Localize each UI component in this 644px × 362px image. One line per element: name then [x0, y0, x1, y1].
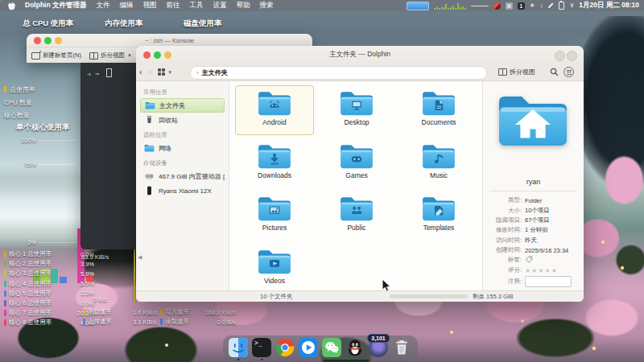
folder-icon — [257, 88, 292, 117]
tags-label: 标签: — [483, 256, 525, 264]
new-tab-button[interactable]: 新建标签页(N) — [31, 51, 81, 60]
folder-item-documents[interactable]: Documents — [400, 86, 477, 134]
item-detail-row: 大小:10个项目 — [483, 205, 582, 215]
download-arrow-icon[interactable]: ↓ — [539, 2, 543, 9]
menubar-item[interactable]: 前往 — [167, 1, 180, 10]
konsole-titlebar[interactable]: ~ : zsh — Konsole — [27, 34, 312, 47]
gray-widget-icon[interactable] — [506, 2, 513, 10]
core-usage-row-label: 核心 8 总使用率 — [9, 319, 78, 327]
terminal-cursor — [106, 68, 112, 77]
places-item-4679gibnvm[interactable]: 467.9 GiB 内置驱动器 [nvm… — [140, 169, 225, 183]
places-item-[interactable]: 主文件夹 — [140, 98, 225, 113]
core-usage-row: 核心 4 总使用率5.9% — [4, 279, 94, 289]
apple-logo-icon[interactable] — [8, 2, 15, 10]
legend-color-chip — [4, 270, 6, 277]
divider — [489, 191, 577, 191]
clock[interactable]: 1月20日 周二 08:10 — [579, 1, 639, 10]
places-item-ryansxiaomi12x[interactable]: Ryans Xiaomi 12X — [140, 183, 225, 198]
menubar-item[interactable]: 工具 — [190, 1, 204, 10]
dolphin-window[interactable]: 主文件夹 — Dolphin ‹ › ▼ › 主文件夹 拆分视图 ◀ 常用位置主… — [136, 46, 584, 302]
red-status-icon[interactable] — [493, 2, 501, 10]
core-usage-row: 核心 8 总使用率4.0% — [4, 318, 94, 327]
konsole-window-title: ~ : zsh — Konsole — [27, 37, 312, 44]
view-mode-icon[interactable] — [158, 68, 165, 76]
breadcrumb[interactable]: › 主文件夹 — [190, 66, 487, 80]
panel-collapse-icon[interactable]: ◀ — [138, 254, 142, 261]
asterisk-icon[interactable]: ∗ — [530, 2, 535, 9]
tag-icon[interactable] — [525, 256, 533, 264]
folder-view[interactable]: AndroidDesktopDocumentsDownloadsGamesMus… — [229, 81, 482, 291]
breadcrumb-location[interactable]: 主文件夹 — [202, 68, 228, 77]
network-rate-legend: 下载速率1.6 KiB/s上传速率3.1 KiB/s — [83, 307, 157, 327]
back-button[interactable]: ‹ — [136, 68, 146, 76]
item-detail-value: 67个项目 — [525, 216, 550, 224]
search-icon[interactable] — [550, 68, 559, 76]
menubar-item[interactable]: 搜索 — [260, 1, 274, 10]
folder-item-templates[interactable]: Templates — [400, 191, 477, 240]
places-section-title: 存储设备 — [136, 155, 229, 169]
chat-app-dock-icon[interactable]: 3,101 — [369, 338, 388, 357]
menubar-item[interactable]: 视图 — [143, 1, 157, 10]
item-detail-label: 创建时间: — [483, 246, 525, 254]
qq-dock-icon[interactable] — [345, 338, 365, 357]
chrome-dock-icon[interactable] — [275, 338, 295, 357]
folder-item-pictures[interactable]: Pictures — [236, 191, 313, 240]
folder-item-android[interactable]: Android — [235, 85, 314, 135]
menubar-item[interactable]: 帮助 — [237, 1, 250, 10]
rating-stars[interactable]: ★★★★★ — [525, 267, 558, 274]
folder-name: Templates — [400, 224, 477, 232]
view-mode-chevron-icon[interactable]: ▼ — [167, 70, 172, 75]
dolphin-titlebar[interactable]: 主文件夹 — Dolphin — [136, 46, 584, 64]
split-view-button[interactable]: 拆分视图 ▼ — [89, 51, 132, 60]
places-item-[interactable]: 回收站 — [140, 113, 225, 127]
folder-item-videos[interactable]: Videos — [236, 245, 313, 293]
panel-net-line-widget[interactable] — [471, 2, 489, 10]
badge-1-icon[interactable]: 1 — [518, 2, 525, 10]
cpu-info-label: 总使用率 — [10, 85, 35, 94]
tray-expander-icon[interactable]: ∨ — [569, 2, 574, 9]
menu-items: 文件编辑视图前往工具设置帮助搜索 — [97, 1, 274, 10]
shell-prompt: ➜ ~ — [87, 68, 112, 78]
stylus-icon[interactable] — [548, 3, 554, 9]
cpu-info-row: CPU 数量 — [4, 96, 35, 109]
core-usage-row-value: 2.0% — [80, 290, 94, 297]
active-app-name[interactable]: Dolphin 文件管理器 — [25, 1, 87, 10]
running-indicator — [237, 359, 240, 361]
folder-icon — [257, 142, 292, 171]
comment-input[interactable] — [525, 276, 572, 287]
trash-dock-icon[interactable] — [392, 338, 411, 357]
places-item-[interactable]: 网络 — [140, 141, 225, 155]
forward-button[interactable]: › — [146, 68, 155, 76]
terminal-dock-icon[interactable]: >_ — [252, 338, 271, 357]
titlebar-button[interactable] — [555, 51, 565, 61]
per-core-section-title: 单个核心使用率 — [16, 122, 70, 133]
folder-item-desktop[interactable]: Desktop — [318, 86, 395, 134]
item-detail-value: Folder — [525, 197, 542, 204]
cpu-info-row: 核心数量 — [4, 109, 35, 121]
folder-preview-icon — [496, 89, 570, 150]
network-rate-row-label: 下载速率 — [88, 308, 130, 316]
file-manager-dock-icon[interactable] — [229, 338, 248, 357]
media-player-dock-icon[interactable] — [299, 338, 318, 357]
folder-item-games[interactable]: Games — [318, 139, 395, 187]
cpu-monitor-header: 总 CPU 使用率 — [23, 19, 73, 29]
menu-icon[interactable] — [564, 67, 574, 77]
folder-item-public[interactable]: Public — [318, 191, 395, 240]
menubar-item[interactable]: 设置 — [213, 1, 227, 10]
core-usage-row: 核心 6 总使用率0.0% — [4, 298, 94, 308]
legend-color-chip — [160, 319, 163, 325]
item-detail-value: 2025/9/16 23:34 — [525, 247, 568, 254]
battery-icon[interactable] — [559, 2, 564, 10]
menubar-item[interactable]: 文件 — [97, 1, 110, 10]
menubar-item[interactable]: 编辑 — [120, 1, 134, 10]
network-axis-min: 0 B/s — [93, 296, 107, 303]
item-detail-row: 隐藏项目:67个项目 — [483, 216, 582, 225]
split-view-button[interactable]: 拆分视图 — [498, 68, 535, 76]
folder-item-downloads[interactable]: Downloads — [236, 139, 313, 187]
panel-display-widget[interactable] — [407, 2, 429, 10]
folder-name: Pictures — [236, 224, 313, 232]
titlebar-button[interactable] — [567, 51, 577, 61]
folder-item-music[interactable]: Music — [400, 139, 477, 187]
panel-cpu-bars-widget[interactable] — [434, 2, 466, 10]
wechat-dock-icon[interactable] — [322, 338, 341, 357]
